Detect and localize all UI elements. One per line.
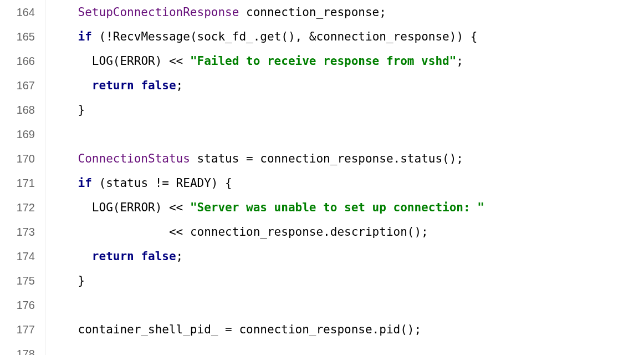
code-token: pid (379, 323, 400, 336)
line-number: 172 (7, 195, 35, 220)
line-number: 175 (7, 268, 35, 293)
code-line: LOG(ERROR) << "Failed to receive respons… (50, 49, 644, 73)
code-token: ( (113, 201, 120, 214)
code-token: description (330, 225, 407, 239)
code-token: ) << (155, 54, 190, 68)
code-token: RecvMessage (113, 30, 190, 43)
line-number: 171 (7, 171, 35, 195)
code-token: status (400, 152, 442, 165)
code-token: if (78, 30, 92, 43)
code-line (50, 293, 644, 317)
code-token: << (92, 225, 190, 239)
line-number: 173 (7, 220, 35, 244)
code-token: connection_response (260, 152, 393, 165)
line-number: 164 (7, 0, 35, 24)
code-token: ( (92, 176, 106, 190)
line-number: 166 (7, 49, 35, 73)
code-token: . (323, 225, 330, 239)
code-token: ERROR (120, 201, 155, 214)
code-token: } (78, 274, 85, 287)
line-number: 170 (7, 146, 35, 171)
code-line: container_shell_pid_ = connection_respon… (50, 317, 644, 342)
code-token: false (141, 79, 176, 92)
code-token (190, 152, 197, 165)
code-viewer: 1641651661671681691701711721731741751761… (0, 0, 644, 355)
code-token: (! (92, 30, 113, 43)
code-token: LOG (92, 54, 113, 68)
code-line: SetupConnectionResponse connection_respo… (50, 0, 644, 24)
code-token: false (141, 250, 176, 263)
line-number: 177 (7, 317, 35, 342)
code-token: (); (400, 323, 421, 336)
code-token: ( (190, 30, 197, 43)
code-token: (), & (281, 30, 316, 43)
code-token: connection_response (190, 225, 323, 239)
code-token: container_shell_pid_ (78, 323, 218, 336)
code-token: ; (176, 250, 183, 263)
code-token: != (148, 176, 176, 190)
code-line (50, 122, 644, 146)
code-token: ; (456, 54, 463, 68)
code-token (134, 79, 141, 92)
code-token: LOG (92, 201, 113, 214)
code-token: ; (379, 6, 386, 19)
code-token: (); (407, 225, 428, 239)
code-token: sock_fd_ (197, 30, 253, 43)
code-token: connection_response (316, 30, 449, 43)
code-token: connection_response (239, 323, 372, 336)
code-line: ConnectionStatus status = connection_res… (50, 146, 644, 171)
line-number: 169 (7, 122, 35, 146)
code-token: if (78, 176, 92, 190)
line-number-gutter: 1641651661671681691701711721731741751761… (0, 0, 45, 355)
code-token: . (372, 323, 380, 336)
code-token: READY (176, 176, 211, 190)
code-token: . (393, 152, 401, 165)
code-token: ERROR (120, 54, 155, 68)
code-token (134, 250, 141, 263)
line-number: 178 (7, 342, 35, 355)
code-line: return false; (50, 244, 644, 268)
code-token (239, 6, 246, 19)
code-token: ) << (155, 201, 190, 214)
code-token: = (218, 323, 239, 336)
code-token: "Server was unable to set up connection:… (190, 201, 484, 214)
code-token: ConnectionStatus (78, 152, 190, 165)
code-line: if (!RecvMessage(sock_fd_.get(), &connec… (50, 24, 644, 49)
line-number: 174 (7, 244, 35, 268)
code-token: "Failed to receive response from vshd" (190, 54, 456, 68)
code-token: SetupConnectionResponse (78, 6, 239, 19)
code-line: return false; (50, 73, 644, 98)
line-number: 176 (7, 293, 35, 317)
code-token: return (92, 250, 134, 263)
code-token: connection_response (246, 6, 379, 19)
code-token: . (253, 30, 260, 43)
line-number: 167 (7, 73, 35, 98)
code-token: (); (442, 152, 463, 165)
code-token: return (92, 79, 134, 92)
code-token: status (197, 152, 239, 165)
code-token: status (106, 176, 148, 190)
code-token: ( (113, 54, 120, 68)
line-number: 165 (7, 24, 35, 49)
code-token: } (78, 103, 85, 116)
code-token: )) { (449, 30, 478, 43)
code-line: } (50, 98, 644, 122)
code-token: ; (176, 79, 183, 92)
code-line: if (status != READY) { (50, 171, 644, 195)
code-line: << connection_response.description(); (50, 220, 644, 244)
code-token: get (260, 30, 281, 43)
code-area[interactable]: SetupConnectionResponse connection_respo… (45, 0, 644, 355)
code-token: ) { (211, 176, 232, 190)
code-line: } (50, 268, 644, 293)
code-token: = (239, 152, 260, 165)
code-line (50, 342, 644, 355)
line-number: 168 (7, 98, 35, 122)
code-line: LOG(ERROR) << "Server was unable to set … (50, 195, 644, 220)
